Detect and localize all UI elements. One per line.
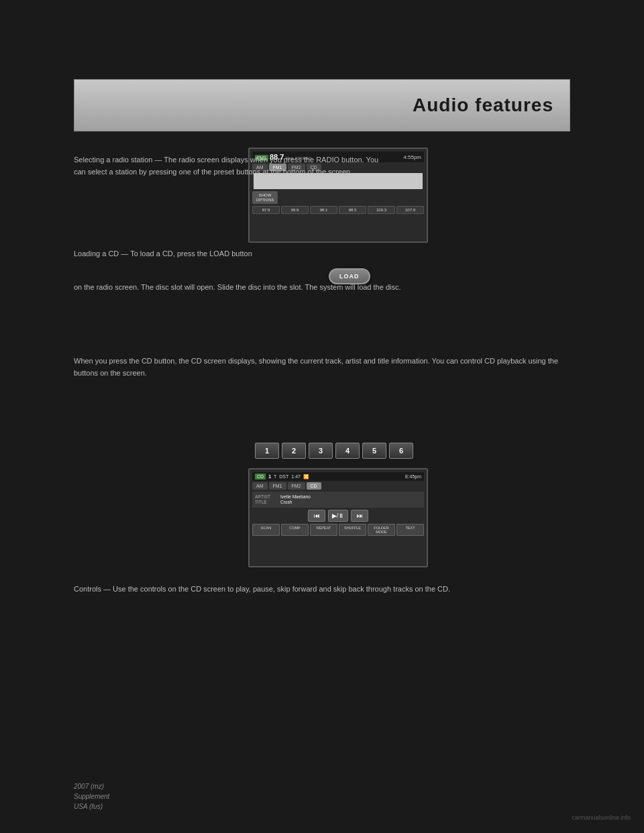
body-text-2: Loading a CD — To load a CD, press the L… [74,249,252,258]
cd-artist-value: Ivette Maebano [280,494,311,499]
cd-tab-fm2[interactable]: FM2 [288,482,305,490]
cd-title-row: TITLE Crush [255,500,421,504]
disc-slot-5[interactable]: 5 [362,443,386,459]
cd-tab-fm1[interactable]: FM1 [269,482,286,490]
disc-slot-4[interactable]: 4 [335,443,360,459]
show-options-button[interactable]: SHOWOPTIONS [252,191,278,204]
cd-screen: CD 1 T DST 1:47 🔀 E:45pm AM FM1 FM2 CD A… [248,468,428,567]
preset-4[interactable]: 98.5 [339,206,366,214]
cd-title-value: Crush [280,500,292,504]
radio-time: 4:55pm [403,154,421,160]
watermark: carmanualsonline.info [572,814,631,821]
cd-scan-button[interactable]: SCAN [252,524,280,536]
cd-info-area: ARTIST Ivette Maebano TITLE Crush [252,492,424,508]
cd-skip-back-button[interactable]: ⏮ [308,510,325,522]
cd-comp-button[interactable]: COMP [281,524,309,536]
cd-time-icons: 🔀 [303,474,309,480]
footer-line2: Supplement [74,791,109,801]
disc-slot-1[interactable]: 1 [255,443,279,459]
page-title: Audio features [413,95,553,116]
cd-tab-cd[interactable]: CD [307,482,321,490]
cd-tab-am[interactable]: AM [252,482,268,490]
preset-5[interactable]: 109.3 [368,206,395,214]
preset-row: 87.9 99.9 98.1 98.5 109.3 107.9 [252,206,424,214]
body-text-3: on the radio screen. The disc slot will … [74,283,401,291]
body-text-section2: Loading a CD — To load a CD, press the L… [74,248,382,260]
preset-2[interactable]: 99.9 [281,206,309,214]
body-text-5: Controls — Use the controls on the CD sc… [74,585,450,593]
footer-line3: USA (fus) [74,801,109,812]
cd-time: 1:47 [291,474,301,479]
cd-folder-mode-button[interactable]: FOLDERMODE [368,524,395,536]
disc-slots: 1 2 3 4 5 6 [255,443,413,459]
radio-options-row: SHOWOPTIONS [252,191,424,204]
cd-text-button[interactable]: TEXT [396,524,424,536]
cd-bottom-row: SCAN COMP REPEAT SHUFFLE FOLDERMODE TEXT [252,524,424,536]
preset-6[interactable]: 107.9 [396,206,424,214]
cd-skip-forward-button[interactable]: ⏭ [351,510,368,522]
cd-top-bar: CD 1 T DST 1:47 🔀 E:45pm [252,472,424,481]
header-banner: Audio features [74,79,570,131]
cd-right-time: E:45pm [405,474,421,479]
footer-line1: 2007 (mz) [74,781,109,791]
cd-artist-label: ARTIST [255,494,276,499]
cd-disc-num: 1 [268,474,271,479]
cd-dst-label: DST [279,474,288,479]
disc-slot-2[interactable]: 2 [282,443,306,459]
disc-slot-6[interactable]: 6 [389,443,413,459]
cd-repeat-button[interactable]: REPEAT [310,524,337,536]
footer: 2007 (mz) Supplement USA (fus) [74,781,109,812]
body-text-1: Selecting a radio station — The radio sc… [74,156,378,176]
preset-1[interactable]: 87.9 [252,206,280,214]
cd-shuffle-button[interactable]: SHUFFLE [339,524,366,536]
preset-3[interactable]: 98.1 [310,206,337,214]
body-text-section3: on the radio screen. The disc slot will … [74,282,570,294]
body-text-section4: When you press the CD button, the CD scr… [74,355,570,379]
body-text-section1: Selecting a radio station — The radio sc… [74,154,382,178]
body-text-section5: Controls — Use the controls on the CD sc… [74,584,570,596]
body-text-4: When you press the CD button, the CD scr… [74,357,558,377]
cd-title-label: TITLE [255,500,276,504]
disc-slot-3[interactable]: 3 [309,443,333,459]
cd-top-info: CD 1 T DST 1:47 🔀 [255,474,309,480]
cd-controls: ⏮ ▶/⏸ ⏭ [252,510,424,522]
cd-play-pause-button[interactable]: ▶/⏸ [328,510,348,522]
cd-track-label: T [274,474,276,479]
watermark-text: carmanualsonline.info [572,814,631,821]
cd-tab-row: AM FM1 FM2 CD [252,482,424,490]
cd-artist-row: ARTIST Ivette Maebano [255,494,421,499]
